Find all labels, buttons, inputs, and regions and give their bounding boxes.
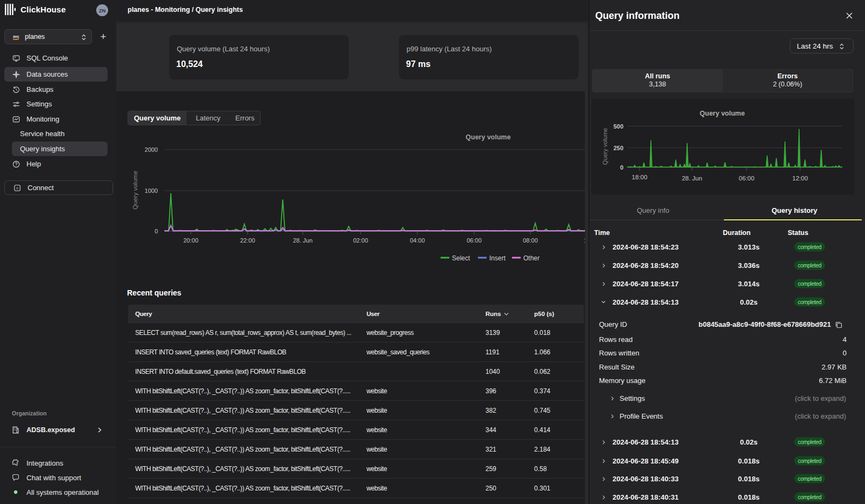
svg-text:04:00: 04:00 xyxy=(410,237,425,244)
svg-text:06:00: 06:00 xyxy=(467,237,482,244)
svg-text:02:00: 02:00 xyxy=(353,237,368,244)
svg-text:1000: 1000 xyxy=(145,187,158,194)
svg-text:28. Jun: 28. Jun xyxy=(293,237,312,244)
svg-text:08:00: 08:00 xyxy=(523,237,538,244)
svg-text:aws: aws xyxy=(13,35,19,38)
svg-text:20:00: 20:00 xyxy=(183,237,198,244)
svg-text:06:00: 06:00 xyxy=(739,175,755,182)
svg-text:Query volume: Query volume xyxy=(700,110,744,117)
svg-text:12:00: 12:00 xyxy=(793,175,808,182)
svg-text:Query volume: Query volume xyxy=(602,128,608,165)
svg-text:Query volume: Query volume xyxy=(465,133,510,141)
svg-text:500: 500 xyxy=(614,123,623,130)
svg-text:Query volume: Query volume xyxy=(132,171,138,210)
svg-text:Insert: Insert xyxy=(489,254,506,262)
svg-text:18:00: 18:00 xyxy=(632,174,648,180)
svg-text:0: 0 xyxy=(155,228,158,234)
svg-text:250: 250 xyxy=(614,145,623,151)
svg-text:0: 0 xyxy=(620,164,623,171)
svg-text:Other: Other xyxy=(523,254,540,262)
svg-text:Select: Select xyxy=(452,254,470,262)
svg-text:2000: 2000 xyxy=(145,146,158,153)
svg-text:28. Jun: 28. Jun xyxy=(682,175,702,182)
svg-text:22:00: 22:00 xyxy=(240,237,255,244)
